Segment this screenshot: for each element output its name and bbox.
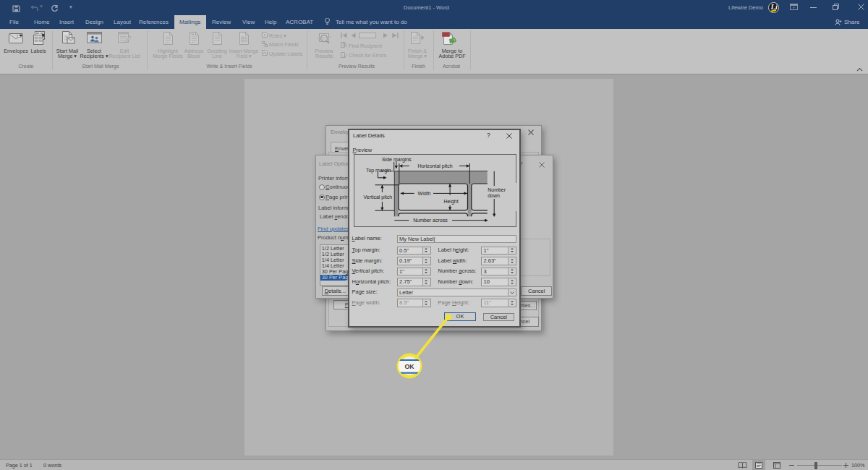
svg-text:OK: OK: [404, 363, 414, 370]
